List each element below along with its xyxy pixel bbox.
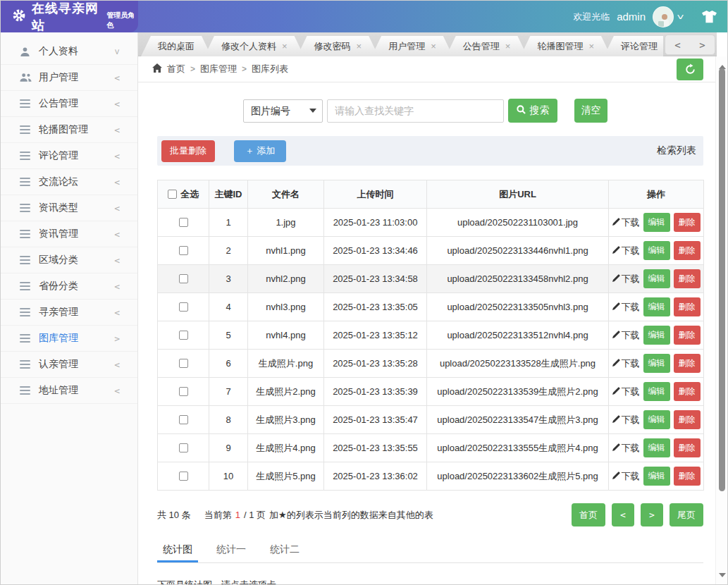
row-checkbox[interactable] xyxy=(179,359,188,368)
row-checkbox[interactable] xyxy=(179,218,188,227)
row-checkbox[interactable] xyxy=(179,443,188,452)
cell-actions: 下载编辑删除 xyxy=(609,265,704,293)
last-page-button[interactable]: 尾页 xyxy=(670,503,703,526)
edit-button[interactable]: 编辑 xyxy=(643,269,670,288)
sidebar-item-认亲管理[interactable]: 认亲管理< xyxy=(1,352,137,378)
edit-button[interactable]: 编辑 xyxy=(643,438,670,457)
cell-id: 5 xyxy=(209,321,248,350)
avatar[interactable] xyxy=(653,6,674,27)
download-link[interactable]: 下载 xyxy=(612,386,640,398)
download-link[interactable]: 下载 xyxy=(612,273,640,285)
refresh-button[interactable] xyxy=(677,58,703,80)
download-link[interactable]: 下载 xyxy=(612,329,640,342)
delete-button[interactable]: 删除 xyxy=(674,213,701,232)
tab-scroll-right-icon[interactable]: > xyxy=(690,35,715,54)
tab-close-icon[interactable]: × xyxy=(505,36,511,56)
sidebar-item-图库管理[interactable]: 图库管理> xyxy=(1,326,137,352)
download-link[interactable]: 下载 xyxy=(612,470,640,483)
tab-我的桌面[interactable]: 我的桌面 xyxy=(141,36,211,56)
edit-button[interactable]: 编辑 xyxy=(643,326,670,345)
sidebar-item-评论管理[interactable]: 评论管理< xyxy=(1,143,137,169)
stats-tab-统计一[interactable]: 统计一 xyxy=(211,538,252,562)
download-link[interactable]: 下载 xyxy=(612,414,640,426)
tab-轮播图管理[interactable]: 轮播图管理× xyxy=(520,36,611,56)
tab-用户管理[interactable]: 用户管理× xyxy=(371,36,453,56)
breadcrumb-home[interactable]: 首页 xyxy=(167,63,185,75)
search-input[interactable] xyxy=(327,99,504,123)
breadcrumb-item-gallery[interactable]: 图库管理 xyxy=(200,63,237,75)
vertical-scrollbar[interactable] xyxy=(715,56,727,585)
sidebar-item-轮播图管理[interactable]: 轮播图管理< xyxy=(1,117,137,143)
delete-button[interactable]: 删除 xyxy=(674,241,701,260)
row-checkbox[interactable] xyxy=(179,302,188,312)
edit-button[interactable]: 编辑 xyxy=(643,382,670,401)
add-button[interactable]: ＋ 添加 xyxy=(234,140,286,162)
row-actions: 下载编辑删除 xyxy=(609,213,703,232)
download-link[interactable]: 下载 xyxy=(612,301,640,314)
row-checkbox[interactable] xyxy=(179,415,188,424)
tab-scroll-left-icon[interactable]: < xyxy=(665,35,690,54)
delete-button[interactable]: 删除 xyxy=(674,297,701,316)
row-checkbox[interactable] xyxy=(179,246,188,255)
sidebar-item-省份分类[interactable]: 省份分类< xyxy=(1,273,137,300)
tab-close-icon[interactable]: × xyxy=(357,36,362,56)
next-page-button[interactable]: > xyxy=(641,503,663,526)
delete-button[interactable]: 删除 xyxy=(674,382,701,401)
download-link[interactable]: 下载 xyxy=(612,245,640,257)
edit-button[interactable]: 编辑 xyxy=(643,241,670,260)
username[interactable]: admin xyxy=(617,11,646,23)
delete-button[interactable]: 删除 xyxy=(674,326,701,345)
clear-button[interactable]: 清空 xyxy=(574,99,607,123)
edit-button[interactable]: 编辑 xyxy=(643,467,670,486)
tab-close-icon[interactable]: × xyxy=(431,36,436,56)
tab-评论管理[interactable]: 评论管理× xyxy=(604,36,663,56)
sidebar-item-资讯类型[interactable]: 资讯类型< xyxy=(1,195,137,221)
download-link[interactable]: 下载 xyxy=(612,442,640,455)
tab-修改密码[interactable]: 修改密码× xyxy=(297,36,379,56)
edit-button[interactable]: 编辑 xyxy=(643,354,670,373)
sidebar-item-地址管理[interactable]: 地址管理< xyxy=(1,378,137,404)
sidebar-item-个人资料[interactable]: 个人资料< xyxy=(1,39,137,65)
scrollbar-thumb[interactable] xyxy=(719,68,725,491)
delete-button[interactable]: 删除 xyxy=(674,410,701,429)
sidebar-item-公告管理[interactable]: 公告管理< xyxy=(1,91,137,117)
table-row: 9生成照片4.png2025-01-23 13:35:55upload/2025… xyxy=(158,434,704,462)
sidebar-item-区域分类[interactable]: 区域分类< xyxy=(1,247,137,273)
scroll-down-icon[interactable] xyxy=(719,573,726,581)
first-page-button[interactable]: 首页 xyxy=(572,503,605,526)
sidebar-item-资讯管理[interactable]: 资讯管理< xyxy=(1,221,137,247)
tab-close-icon[interactable]: × xyxy=(588,36,594,56)
tab-close-icon[interactable]: × xyxy=(282,36,288,56)
delete-button[interactable]: 删除 xyxy=(674,269,701,288)
edit-button[interactable]: 编辑 xyxy=(643,213,670,232)
sidebar-item-交流论坛[interactable]: 交流论坛< xyxy=(1,169,137,195)
delete-button[interactable]: 删除 xyxy=(674,467,701,486)
breadcrumb-item-gallery-list[interactable]: 图库列表 xyxy=(252,63,288,75)
row-checkbox[interactable] xyxy=(179,472,188,481)
select-all-checkbox[interactable] xyxy=(168,190,177,199)
tab-修改个人资料[interactable]: 修改个人资料× xyxy=(204,36,304,56)
prev-page-button[interactable]: < xyxy=(612,503,634,526)
delete-button[interactable]: 删除 xyxy=(674,438,701,457)
download-link[interactable]: 下载 xyxy=(612,216,640,229)
download-link[interactable]: 下载 xyxy=(612,357,640,370)
search-field-select[interactable]: 图片编号 xyxy=(243,99,323,123)
tab-公告管理[interactable]: 公告管理× xyxy=(446,36,528,56)
row-checkbox[interactable] xyxy=(179,274,188,283)
theme-tshirt-icon[interactable] xyxy=(701,10,717,23)
edit-button[interactable]: 编辑 xyxy=(643,297,670,316)
sidebar-item-寻亲管理[interactable]: 寻亲管理< xyxy=(1,300,137,326)
search-button[interactable]: 搜索 xyxy=(508,99,557,123)
download-label: 下载 xyxy=(622,301,640,314)
row-checkbox[interactable] xyxy=(179,331,188,340)
edit-button[interactable]: 编辑 xyxy=(643,410,670,429)
stats-tab-统计二[interactable]: 统计二 xyxy=(264,538,305,562)
row-checkbox[interactable] xyxy=(179,387,188,396)
delete-button[interactable]: 删除 xyxy=(674,354,701,373)
stats-tab-统计图[interactable]: 统计图 xyxy=(157,538,198,562)
cell-upload-time: 2025-01-23 13:35:05 xyxy=(324,293,427,321)
user-menu-chevron-icon[interactable]: < xyxy=(674,14,688,19)
sidebar-item-用户管理[interactable]: 用户管理< xyxy=(1,65,137,91)
row-actions: 下载编辑删除 xyxy=(609,438,703,457)
batch-delete-button[interactable]: 批量删除 xyxy=(161,140,215,162)
